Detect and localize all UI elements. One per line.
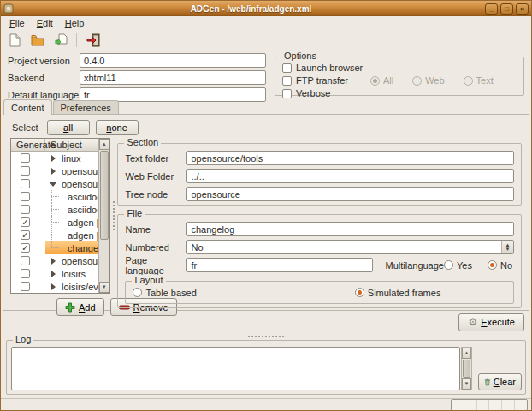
generate-checkbox[interactable]	[21, 269, 30, 278]
generate-checkbox[interactable]	[21, 153, 30, 163]
generate-checkbox[interactable]	[21, 205, 30, 214]
tree-row[interactable]: asciidoc [fr]	[11, 203, 98, 216]
progress-cell	[464, 400, 477, 410]
toolbar-separator	[76, 33, 77, 47]
tab-preferences[interactable]: Preferences	[53, 100, 119, 114]
tree-row[interactable]: opensource/internet	[11, 254, 98, 267]
select-label: Select	[12, 122, 38, 133]
table-based-radio[interactable]	[133, 288, 142, 297]
select-none-button[interactable]: none	[96, 120, 139, 135]
multilanguage-no-radio[interactable]	[488, 260, 497, 270]
scroll-up-icon[interactable]: ▲	[99, 139, 109, 150]
generate-checkbox[interactable]	[21, 179, 30, 188]
tree-row[interactable]: loisirs	[11, 267, 98, 280]
launch-browser-checkbox[interactable]	[282, 63, 292, 73]
subject-column-header[interactable]: Subject	[45, 139, 82, 151]
verbose-checkbox[interactable]	[282, 89, 292, 98]
maximize-button[interactable]: □	[500, 3, 513, 15]
tree-row[interactable]: changelog	[11, 241, 98, 254]
expand-expander-icon[interactable]	[49, 280, 58, 293]
numbered-label: Numbered	[125, 242, 186, 253]
tree-row[interactable]: asciidoc [en]	[11, 190, 98, 203]
expand-expander-icon[interactable]	[49, 164, 58, 177]
save-icon	[54, 33, 68, 47]
generate-checkbox[interactable]	[21, 230, 30, 240]
log-scrollbar[interactable]: ▲ ▼	[461, 347, 472, 390]
subject-cell[interactable]: opensource/internet	[45, 254, 98, 267]
tree-row[interactable]: adgen [en]	[11, 216, 98, 229]
subject-cell[interactable]: changelog	[45, 241, 98, 254]
menu-help[interactable]: Help	[59, 17, 91, 29]
menubar: File Edit Help	[1, 16, 531, 30]
tree-row[interactable]: opensource	[11, 164, 98, 177]
subject-cell[interactable]: linux	[45, 152, 98, 164]
subject-cell[interactable]: asciidoc [fr]	[45, 203, 98, 216]
statusbar	[1, 398, 531, 411]
scrollbar-thumb[interactable]	[463, 360, 470, 378]
minimize-button[interactable]: _	[485, 3, 498, 15]
expand-expander-icon[interactable]	[49, 152, 58, 164]
subject-cell[interactable]: opensource/tools	[45, 177, 98, 190]
tree-row[interactable]: adgen [fr]	[11, 229, 98, 241]
open-button[interactable]	[27, 31, 48, 49]
subject-tree: Generate Subject linuxopensourceopensour…	[10, 138, 110, 294]
tree-row[interactable]: loisirs/events	[11, 280, 98, 293]
project-version-label: Project version	[8, 56, 80, 66]
generate-checkbox[interactable]	[21, 282, 30, 291]
subject-cell[interactable]: adgen [fr]	[45, 229, 98, 241]
tree-row[interactable]: opensource/tools	[11, 177, 98, 190]
expand-expander-icon[interactable]	[49, 254, 58, 267]
multilanguage-yes-radio[interactable]	[444, 260, 453, 270]
new-button[interactable]	[3, 31, 25, 49]
subject-cell[interactable]: loisirs	[45, 267, 98, 280]
text-folder-input[interactable]	[186, 151, 514, 165]
verbose-label: Verbose	[296, 88, 330, 98]
tab-content[interactable]: Content	[3, 99, 52, 115]
scroll-up-icon[interactable]: ▲	[462, 348, 471, 359]
save-button[interactable]	[50, 31, 71, 49]
tree-row[interactable]: linux	[11, 152, 98, 164]
clear-button[interactable]: Clear	[478, 373, 522, 390]
project-version-input[interactable]	[80, 53, 266, 68]
generate-checkbox[interactable]	[21, 256, 30, 265]
name-input[interactable]	[186, 222, 514, 236]
generate-column-header[interactable]: Generate	[11, 139, 45, 151]
generate-checkbox[interactable]	[21, 217, 30, 227]
titlebar[interactable]: ADGen - /web/infra/adgen.xml _ □ ×	[1, 1, 531, 16]
menu-edit[interactable]: Edit	[31, 17, 59, 29]
pane-splitter[interactable]	[110, 138, 118, 294]
log-textarea[interactable]	[11, 347, 460, 390]
simulated-frames-label: Simulated frames	[368, 288, 441, 298]
backend-input[interactable]	[80, 70, 266, 85]
menu-file[interactable]: File	[3, 17, 31, 29]
tree-connector	[50, 203, 60, 216]
numbered-combo[interactable]: No ▲▼	[186, 240, 514, 254]
web-folder-input[interactable]	[186, 169, 514, 183]
generate-checkbox[interactable]	[21, 243, 30, 253]
scroll-down-icon[interactable]: ▼	[99, 282, 109, 293]
log-splitter[interactable]	[1, 333, 531, 339]
scroll-down-icon[interactable]: ▼	[462, 378, 471, 390]
generate-checkbox[interactable]	[21, 166, 30, 176]
generate-checkbox[interactable]	[21, 192, 30, 201]
tree-scrollbar[interactable]: ▲ ▼	[98, 139, 109, 293]
subject-cell[interactable]: opensource	[45, 164, 98, 177]
ftp-transfer-checkbox[interactable]	[282, 76, 292, 86]
scrollbar-thumb[interactable]	[100, 151, 109, 240]
quit-button[interactable]	[82, 31, 103, 49]
simulated-frames-radio[interactable]	[355, 288, 364, 297]
collapse-expander-icon[interactable]	[49, 177, 58, 190]
generate-cell	[11, 267, 45, 280]
stepper-icon[interactable]: ▲▼	[501, 241, 513, 253]
subject-cell[interactable]: loisirs/events	[45, 280, 98, 293]
subject-cell[interactable]: adgen [en]	[45, 216, 98, 229]
generate-cell	[11, 241, 45, 254]
tree-node-input[interactable]	[186, 187, 514, 201]
select-all-button[interactable]: all	[47, 120, 90, 135]
expand-expander-icon[interactable]	[49, 267, 58, 280]
text-radio-label: Text	[476, 75, 494, 86]
execute-button[interactable]: ⚙ Execute	[458, 313, 524, 331]
page-language-input[interactable]	[186, 258, 373, 272]
close-button[interactable]: ×	[516, 3, 529, 15]
subject-cell[interactable]: asciidoc [en]	[45, 190, 98, 203]
